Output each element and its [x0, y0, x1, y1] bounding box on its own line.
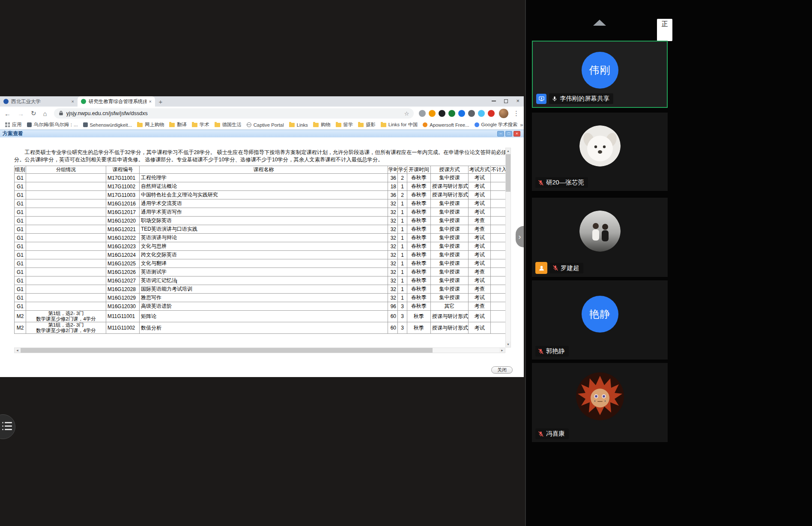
- course-row[interactable]: M2第1组，选2- 3门 数学课至少修2门课，4学分M11G11001矩阵论60…: [15, 311, 506, 322]
- bookmark-item[interactable]: 网上购物: [134, 121, 167, 129]
- participant-tile[interactable]: 冯喜康: [532, 363, 668, 442]
- reload-icon[interactable]: ↻: [31, 110, 36, 117]
- vertical-scrollbar[interactable]: ▲ ▼: [505, 148, 511, 348]
- scroll-right-icon[interactable]: ►: [499, 348, 505, 353]
- course-row[interactable]: G1M16G12022英语演讲与辩论321春秋季集中授课考试: [15, 234, 506, 242]
- course-cell: M16G12023: [106, 242, 140, 251]
- scroll-down-icon[interactable]: ▼: [506, 342, 510, 347]
- bookmark-item[interactable]: Links: [287, 122, 310, 128]
- course-cell: 春秋季: [407, 276, 431, 285]
- window-close-button[interactable]: ×: [516, 99, 519, 103]
- collapse-panel-arrow[interactable]: [593, 20, 606, 26]
- bookmark-item[interactable]: 留学: [333, 121, 356, 129]
- course-cell: [491, 242, 506, 251]
- course-row[interactable]: G1M16G12024跨文化交际英语321春秋季集中授课考试: [15, 251, 506, 259]
- extension-icon[interactable]: [448, 110, 455, 117]
- extension-icon[interactable]: [458, 110, 465, 117]
- course-cell: 1: [398, 251, 407, 259]
- microphone-icon: [552, 96, 558, 102]
- scroll-left-icon[interactable]: ◄: [15, 348, 20, 353]
- course-row[interactable]: G1M16G12016通用学术交流英语321春秋季集中授课考试: [15, 199, 506, 208]
- participant-tile[interactable]: 艳静 郭艳静: [532, 280, 668, 360]
- horizontal-scroll-thumb[interactable]: [21, 348, 433, 353]
- course-cell: G1: [15, 174, 26, 182]
- course-cell: 考查: [469, 302, 491, 311]
- extension-icon[interactable]: [468, 110, 475, 117]
- scroll-up-icon[interactable]: ▲: [506, 148, 510, 154]
- course-row[interactable]: G1M16G12017通用学术英语写作321春秋季集中授课考试: [15, 208, 506, 217]
- browser-menu-icon[interactable]: ⋮: [513, 110, 519, 117]
- course-row[interactable]: G1M16G12020职场交际英语321春秋季集中授课考查: [15, 217, 506, 225]
- bookmark-item[interactable]: 应用: [3, 121, 24, 129]
- window-restore-button[interactable]: [504, 99, 508, 103]
- participant-tile[interactable]: 研20—张芯莞: [532, 113, 668, 191]
- bookmark-item[interactable]: Apowersoft Free...: [420, 122, 472, 128]
- bookmark-item[interactable]: 购物: [310, 121, 333, 129]
- course-cell: [491, 268, 506, 276]
- window-minimize-button[interactable]: [492, 101, 496, 101]
- course-row[interactable]: G1M16G12029雅思写作321春秋季集中授课考试: [15, 294, 506, 302]
- course-cell: 1: [398, 294, 407, 302]
- course-row[interactable]: G1M16G12021TED英语演讲与口语实践321春秋季集中授课考查: [15, 225, 506, 234]
- bookmark-item[interactable]: Google 学术搜索: [472, 121, 520, 129]
- vertical-scroll-thumb[interactable]: [506, 154, 510, 192]
- course-cell: 1: [398, 268, 407, 276]
- dialog-close-button[interactable]: ×: [513, 131, 520, 137]
- course-cell: 集中授课: [431, 225, 469, 234]
- participant-tile[interactable]: 罗建超: [532, 198, 668, 277]
- bookmark-label: 学术: [200, 122, 209, 128]
- course-cell: M17G11002: [106, 182, 140, 191]
- profile-avatar[interactable]: [499, 109, 508, 118]
- bookmark-star-icon[interactable]: ☆: [404, 110, 409, 117]
- course-cell: 集中授课: [431, 199, 469, 208]
- forward-icon[interactable]: →: [18, 110, 24, 117]
- bookmark-item[interactable]: Captive Portal: [244, 122, 287, 128]
- dialog-minimize-button[interactable]: –: [497, 131, 504, 137]
- course-row[interactable]: G1M17G11003中国特色社会主义理论与实践研究362春秋季授课与研讨形式考…: [15, 191, 506, 199]
- extension-icon[interactable]: [488, 110, 495, 117]
- course-row[interactable]: G1M17G11002自然辩证法概论181春秋季授课与研讨形式考试: [15, 182, 506, 191]
- course-cell: G1: [15, 268, 26, 276]
- course-row[interactable]: G1M17G11001工程伦理学362春秋季集中授课考试: [15, 174, 506, 182]
- course-cell: 春秋季: [407, 259, 431, 268]
- bookmark-item[interactable]: Sehenswürdigkeit...: [81, 122, 135, 128]
- bookmark-item[interactable]: 摄影: [355, 121, 378, 129]
- home-icon[interactable]: ⌂: [43, 110, 47, 117]
- bookmark-item[interactable]: 德国生活: [212, 121, 244, 129]
- horizontal-scrollbar[interactable]: ◄ ►: [14, 348, 505, 353]
- tab-nwpu-home[interactable]: 西北工业大学 ×: [0, 96, 78, 107]
- course-row[interactable]: G1M16G12025文化与翻译321春秋季集中授课考试: [15, 259, 506, 268]
- extension-icon[interactable]: [429, 110, 436, 117]
- new-tab-button[interactable]: +: [155, 98, 166, 107]
- bookmark-label: Google 学术搜索: [481, 122, 518, 128]
- course-cell: [491, 217, 506, 225]
- course-row[interactable]: M2第1组，选2- 3门 数学课至少修2门课，4学分M11G11002数值分析6…: [15, 322, 506, 334]
- bookmark-item[interactable]: 翻译: [167, 121, 189, 129]
- course-row[interactable]: G1M16G12030高级英语进阶963春秋季其它考查: [15, 302, 506, 311]
- tab-graduate-system[interactable]: 研究生教育综合管理系统(教师版... ×: [78, 96, 155, 107]
- course-cell: G1: [15, 191, 26, 199]
- extension-icon[interactable]: [478, 110, 485, 117]
- bookmark-item[interactable]: 乌尔姆/新乌尔姆：...: [24, 121, 81, 129]
- lock-icon: [59, 110, 63, 117]
- tab-close-icon[interactable]: ×: [72, 99, 74, 104]
- extension-icon[interactable]: [439, 110, 445, 117]
- scheme-intro-text: 工程类硕士专业学位研究生的总学分不低于32学分，其中课程学习不低于28学分。 硕…: [14, 149, 508, 163]
- meeting-menu-button[interactable]: [0, 414, 15, 439]
- bookmark-label: 翻译: [177, 122, 187, 128]
- folder-icon: [192, 123, 197, 127]
- participant-tile-screen-sharer[interactable]: 伟刚 李伟刚的屏幕共享: [532, 41, 668, 108]
- bookmark-item[interactable]: Links for 中国: [378, 121, 420, 129]
- extension-icon[interactable]: [419, 110, 426, 117]
- url-omnibox[interactable]: yjsjy.nwpu.edu.cn/jsfw/jsfw/dssdxs ☆: [54, 108, 414, 119]
- tab-close-icon[interactable]: ×: [149, 99, 152, 104]
- close-dialog-button[interactable]: 关闭: [491, 366, 513, 374]
- course-cell: G1: [15, 182, 26, 191]
- bookmark-item[interactable]: 学术: [189, 121, 212, 129]
- course-row[interactable]: G1M16G12027英语词汇记忆法321春秋季集中授课考试: [15, 276, 506, 285]
- course-row[interactable]: G1M16G12023文化与思辨321春秋季集中授课考试: [15, 242, 506, 251]
- course-row[interactable]: G1M16G12026英语测试学321春秋季集中授课考查: [15, 268, 506, 276]
- back-icon[interactable]: ←: [4, 110, 11, 117]
- dialog-maximize-button[interactable]: □: [505, 131, 512, 137]
- course-row[interactable]: G1M16G12028国际英语能力考试培训321春秋季集中授课考查: [15, 285, 506, 294]
